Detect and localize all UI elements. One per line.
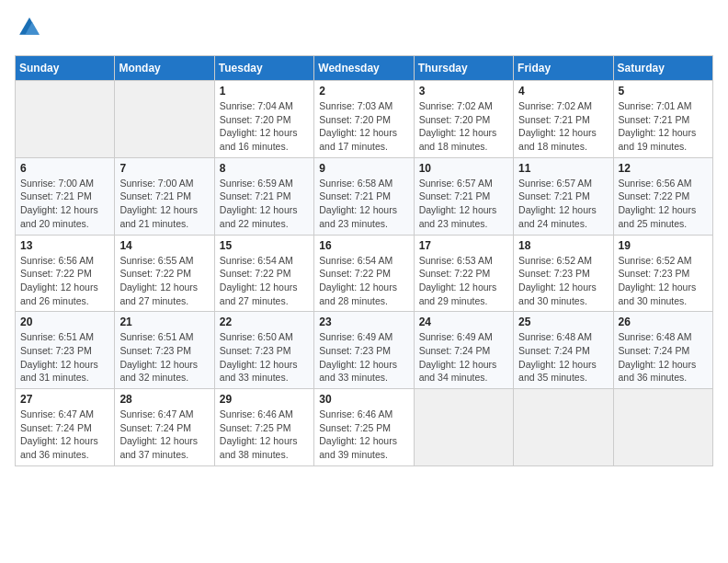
calendar-cell: 14Sunrise: 6:55 AM Sunset: 7:22 PM Dayli… [115, 235, 214, 312]
calendar-week-2: 6Sunrise: 7:00 AM Sunset: 7:21 PM Daylig… [16, 157, 713, 235]
calendar-cell: 4Sunrise: 7:02 AM Sunset: 7:21 PM Daylig… [514, 81, 613, 158]
day-info: Sunrise: 6:46 AM Sunset: 7:25 PM Dayligh… [220, 408, 309, 462]
calendar-week-5: 27Sunrise: 6:47 AM Sunset: 7:24 PM Dayli… [16, 389, 713, 466]
logo-icon [17, 15, 42, 40]
calendar-week-1: 1Sunrise: 7:04 AM Sunset: 7:20 PM Daylig… [16, 81, 713, 158]
calendar-cell: 12Sunrise: 6:56 AM Sunset: 7:22 PM Dayli… [613, 157, 712, 235]
weekday-header-row: SundayMondayTuesdayWednesdayThursdayFrid… [16, 56, 713, 81]
day-info: Sunrise: 6:54 AM Sunset: 7:22 PM Dayligh… [319, 254, 408, 308]
day-number: 28 [119, 393, 209, 406]
day-number: 29 [220, 393, 309, 406]
calendar-cell: 23Sunrise: 6:49 AM Sunset: 7:23 PM Dayli… [314, 312, 414, 389]
calendar-cell: 16Sunrise: 6:54 AM Sunset: 7:22 PM Dayli… [314, 235, 414, 312]
day-number: 18 [518, 239, 608, 252]
calendar-cell: 30Sunrise: 6:46 AM Sunset: 7:25 PM Dayli… [314, 389, 414, 466]
day-number: 23 [319, 316, 408, 328]
logo [15, 15, 44, 44]
day-info: Sunrise: 6:47 AM Sunset: 7:24 PM Dayligh… [119, 408, 209, 462]
day-info: Sunrise: 6:49 AM Sunset: 7:24 PM Dayligh… [419, 330, 508, 385]
day-number: 1 [220, 85, 309, 98]
day-info: Sunrise: 7:04 AM Sunset: 7:20 PM Dayligh… [220, 99, 309, 154]
day-number: 24 [419, 316, 508, 328]
day-number: 7 [119, 162, 209, 175]
calendar-week-4: 20Sunrise: 6:51 AM Sunset: 7:23 PM Dayli… [16, 312, 713, 389]
day-info: Sunrise: 6:59 AM Sunset: 7:21 PM Dayligh… [220, 177, 309, 231]
day-info: Sunrise: 6:47 AM Sunset: 7:24 PM Dayligh… [20, 408, 109, 462]
calendar-cell: 9Sunrise: 6:58 AM Sunset: 7:21 PM Daylig… [314, 157, 414, 235]
day-number: 11 [518, 162, 608, 175]
day-number: 30 [319, 393, 408, 406]
calendar-cell: 24Sunrise: 6:49 AM Sunset: 7:24 PM Dayli… [414, 312, 513, 389]
day-info: Sunrise: 6:46 AM Sunset: 7:25 PM Dayligh… [319, 408, 408, 462]
day-number: 25 [518, 316, 608, 328]
calendar-cell [115, 81, 214, 158]
day-info: Sunrise: 7:03 AM Sunset: 7:20 PM Dayligh… [319, 99, 408, 154]
day-info: Sunrise: 6:57 AM Sunset: 7:21 PM Dayligh… [518, 177, 608, 231]
day-info: Sunrise: 6:48 AM Sunset: 7:24 PM Dayligh… [619, 330, 708, 385]
calendar-cell: 19Sunrise: 6:52 AM Sunset: 7:23 PM Dayli… [613, 235, 712, 312]
day-number: 8 [220, 162, 309, 175]
day-number: 12 [619, 162, 708, 175]
calendar-cell: 15Sunrise: 6:54 AM Sunset: 7:22 PM Dayli… [214, 235, 313, 312]
calendar-cell: 21Sunrise: 6:51 AM Sunset: 7:23 PM Dayli… [115, 312, 214, 389]
calendar-cell: 17Sunrise: 6:53 AM Sunset: 7:22 PM Dayli… [414, 235, 513, 312]
calendar-cell: 20Sunrise: 6:51 AM Sunset: 7:23 PM Dayli… [16, 312, 115, 389]
calendar-cell: 3Sunrise: 7:02 AM Sunset: 7:20 PM Daylig… [414, 81, 513, 158]
day-number: 10 [419, 162, 508, 175]
day-info: Sunrise: 7:00 AM Sunset: 7:21 PM Dayligh… [119, 177, 209, 231]
day-number: 2 [319, 85, 408, 98]
day-info: Sunrise: 6:56 AM Sunset: 7:22 PM Dayligh… [20, 254, 109, 308]
calendar-cell: 26Sunrise: 6:48 AM Sunset: 7:24 PM Dayli… [613, 312, 712, 389]
day-info: Sunrise: 6:52 AM Sunset: 7:23 PM Dayligh… [518, 254, 608, 308]
day-number: 16 [319, 239, 408, 252]
calendar-cell: 27Sunrise: 6:47 AM Sunset: 7:24 PM Dayli… [16, 389, 115, 466]
day-number: 19 [619, 239, 708, 252]
day-number: 17 [419, 239, 508, 252]
day-info: Sunrise: 6:55 AM Sunset: 7:22 PM Dayligh… [119, 254, 209, 308]
calendar-cell: 18Sunrise: 6:52 AM Sunset: 7:23 PM Dayli… [514, 235, 613, 312]
day-info: Sunrise: 6:51 AM Sunset: 7:23 PM Dayligh… [20, 330, 109, 385]
day-info: Sunrise: 7:01 AM Sunset: 7:21 PM Dayligh… [619, 99, 708, 154]
day-info: Sunrise: 6:49 AM Sunset: 7:23 PM Dayligh… [319, 330, 408, 385]
calendar-cell: 25Sunrise: 6:48 AM Sunset: 7:24 PM Dayli… [514, 312, 613, 389]
day-number: 9 [319, 162, 408, 175]
day-number: 22 [220, 316, 309, 328]
day-number: 4 [518, 85, 608, 98]
day-number: 15 [220, 239, 309, 252]
weekday-header-wednesday: Wednesday [314, 56, 414, 81]
day-info: Sunrise: 6:52 AM Sunset: 7:23 PM Dayligh… [619, 254, 708, 308]
weekday-header-sunday: Sunday [16, 56, 115, 81]
day-number: 27 [20, 393, 109, 406]
calendar-cell: 7Sunrise: 7:00 AM Sunset: 7:21 PM Daylig… [115, 157, 214, 235]
day-info: Sunrise: 6:53 AM Sunset: 7:22 PM Dayligh… [419, 254, 508, 308]
day-number: 26 [619, 316, 708, 328]
day-info: Sunrise: 7:02 AM Sunset: 7:20 PM Dayligh… [419, 99, 508, 154]
weekday-header-friday: Friday [514, 56, 613, 81]
calendar-week-3: 13Sunrise: 6:56 AM Sunset: 7:22 PM Dayli… [16, 235, 713, 312]
weekday-header-tuesday: Tuesday [214, 56, 313, 81]
day-number: 14 [119, 239, 209, 252]
day-info: Sunrise: 7:00 AM Sunset: 7:21 PM Dayligh… [20, 177, 109, 231]
day-number: 21 [119, 316, 209, 328]
calendar-cell: 6Sunrise: 7:00 AM Sunset: 7:21 PM Daylig… [16, 157, 115, 235]
weekday-header-monday: Monday [115, 56, 214, 81]
calendar-cell: 11Sunrise: 6:57 AM Sunset: 7:21 PM Dayli… [514, 157, 613, 235]
day-number: 3 [419, 85, 508, 98]
day-number: 6 [20, 162, 109, 175]
calendar-cell [613, 389, 712, 466]
calendar-cell: 29Sunrise: 6:46 AM Sunset: 7:25 PM Dayli… [214, 389, 313, 466]
day-info: Sunrise: 6:50 AM Sunset: 7:23 PM Dayligh… [220, 330, 309, 385]
day-info: Sunrise: 6:54 AM Sunset: 7:22 PM Dayligh… [220, 254, 309, 308]
day-info: Sunrise: 7:02 AM Sunset: 7:21 PM Dayligh… [518, 99, 608, 154]
page-header [15, 15, 713, 44]
calendar-cell: 1Sunrise: 7:04 AM Sunset: 7:20 PM Daylig… [214, 81, 313, 158]
calendar-cell: 10Sunrise: 6:57 AM Sunset: 7:21 PM Dayli… [414, 157, 513, 235]
weekday-header-thursday: Thursday [414, 56, 513, 81]
calendar-cell: 22Sunrise: 6:50 AM Sunset: 7:23 PM Dayli… [214, 312, 313, 389]
day-info: Sunrise: 6:48 AM Sunset: 7:24 PM Dayligh… [518, 330, 608, 385]
calendar-cell: 28Sunrise: 6:47 AM Sunset: 7:24 PM Dayli… [115, 389, 214, 466]
calendar-cell: 13Sunrise: 6:56 AM Sunset: 7:22 PM Dayli… [16, 235, 115, 312]
calendar-cell [16, 81, 115, 158]
day-info: Sunrise: 6:56 AM Sunset: 7:22 PM Dayligh… [619, 177, 708, 231]
calendar-cell: 8Sunrise: 6:59 AM Sunset: 7:21 PM Daylig… [214, 157, 313, 235]
